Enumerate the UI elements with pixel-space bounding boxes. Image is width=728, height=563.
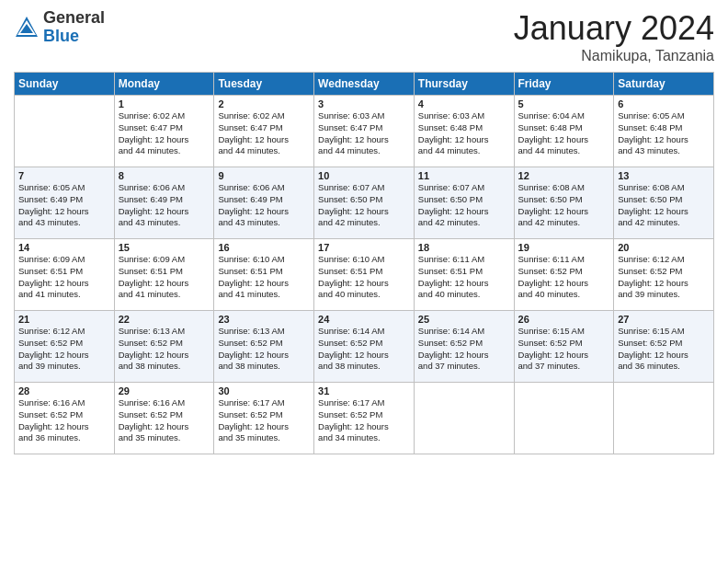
day-info: Sunrise: 6:05 AM Sunset: 6:48 PM Dayligh… xyxy=(618,110,710,157)
day-info: Sunrise: 6:02 AM Sunset: 6:47 PM Dayligh… xyxy=(119,110,210,157)
calendar-week-row: 21Sunrise: 6:12 AM Sunset: 6:52 PM Dayli… xyxy=(15,311,714,383)
day-number: 19 xyxy=(518,242,610,253)
logo-icon xyxy=(14,15,40,40)
col-header-thursday: Thursday xyxy=(414,73,514,96)
col-header-wednesday: Wednesday xyxy=(314,73,415,96)
day-info: Sunrise: 6:09 AM Sunset: 6:51 PM Dayligh… xyxy=(119,254,210,301)
day-number: 2 xyxy=(218,98,310,109)
calendar-cell: 26Sunrise: 6:15 AM Sunset: 6:52 PM Dayli… xyxy=(514,311,614,383)
day-info: Sunrise: 6:06 AM Sunset: 6:49 PM Dayligh… xyxy=(119,182,210,229)
header: General Blue January 2024 Namikupa, Tanz… xyxy=(14,9,714,64)
calendar-cell: 27Sunrise: 6:15 AM Sunset: 6:52 PM Dayli… xyxy=(614,311,714,383)
day-info: Sunrise: 6:13 AM Sunset: 6:52 PM Dayligh… xyxy=(218,326,310,373)
day-number: 12 xyxy=(518,170,610,181)
day-info: Sunrise: 6:12 AM Sunset: 6:52 PM Dayligh… xyxy=(18,326,110,373)
calendar-cell: 4Sunrise: 6:03 AM Sunset: 6:48 PM Daylig… xyxy=(414,96,514,167)
day-number: 28 xyxy=(18,385,110,396)
day-number: 9 xyxy=(218,170,310,181)
calendar-table: SundayMondayTuesdayWednesdayThursdayFrid… xyxy=(14,72,714,454)
calendar-week-row: 7Sunrise: 6:05 AM Sunset: 6:49 PM Daylig… xyxy=(15,167,714,239)
calendar-cell: 7Sunrise: 6:05 AM Sunset: 6:49 PM Daylig… xyxy=(15,167,115,239)
day-number: 4 xyxy=(418,98,510,109)
calendar-cell: 8Sunrise: 6:06 AM Sunset: 6:49 PM Daylig… xyxy=(114,167,214,239)
day-info: Sunrise: 6:11 AM Sunset: 6:52 PM Dayligh… xyxy=(518,254,610,301)
day-info: Sunrise: 6:11 AM Sunset: 6:51 PM Dayligh… xyxy=(418,254,510,301)
calendar-cell xyxy=(15,96,115,167)
day-info: Sunrise: 6:03 AM Sunset: 6:48 PM Dayligh… xyxy=(418,110,510,157)
day-info: Sunrise: 6:05 AM Sunset: 6:49 PM Dayligh… xyxy=(18,182,110,229)
day-info: Sunrise: 6:09 AM Sunset: 6:51 PM Dayligh… xyxy=(18,254,110,301)
day-info: Sunrise: 6:13 AM Sunset: 6:52 PM Dayligh… xyxy=(119,326,210,373)
day-info: Sunrise: 6:08 AM Sunset: 6:50 PM Dayligh… xyxy=(518,182,610,229)
day-number: 31 xyxy=(318,385,410,396)
day-info: Sunrise: 6:07 AM Sunset: 6:50 PM Dayligh… xyxy=(318,182,410,229)
calendar-cell: 11Sunrise: 6:07 AM Sunset: 6:50 PM Dayli… xyxy=(414,167,514,239)
day-info: Sunrise: 6:04 AM Sunset: 6:48 PM Dayligh… xyxy=(518,110,610,157)
day-number: 8 xyxy=(119,170,210,181)
day-number: 24 xyxy=(318,314,410,325)
col-header-tuesday: Tuesday xyxy=(214,73,314,96)
logo-blue-text: Blue xyxy=(43,28,105,46)
col-header-friday: Friday xyxy=(514,73,614,96)
day-info: Sunrise: 6:12 AM Sunset: 6:52 PM Dayligh… xyxy=(618,254,710,301)
calendar-cell: 23Sunrise: 6:13 AM Sunset: 6:52 PM Dayli… xyxy=(214,311,314,383)
calendar-cell: 25Sunrise: 6:14 AM Sunset: 6:52 PM Dayli… xyxy=(414,311,514,383)
logo-text: General Blue xyxy=(43,9,105,46)
col-header-sunday: Sunday xyxy=(15,73,115,96)
day-number: 20 xyxy=(618,242,710,253)
calendar-cell: 13Sunrise: 6:08 AM Sunset: 6:50 PM Dayli… xyxy=(614,167,714,239)
month-title: January 2024 xyxy=(514,9,714,48)
day-info: Sunrise: 6:16 AM Sunset: 6:52 PM Dayligh… xyxy=(18,397,110,444)
day-info: Sunrise: 6:10 AM Sunset: 6:51 PM Dayligh… xyxy=(218,254,310,301)
calendar-cell: 16Sunrise: 6:10 AM Sunset: 6:51 PM Dayli… xyxy=(214,239,314,311)
day-info: Sunrise: 6:17 AM Sunset: 6:52 PM Dayligh… xyxy=(318,397,410,444)
calendar-cell: 1Sunrise: 6:02 AM Sunset: 6:47 PM Daylig… xyxy=(114,96,214,167)
day-number: 22 xyxy=(119,314,210,325)
day-number: 21 xyxy=(18,314,110,325)
day-info: Sunrise: 6:08 AM Sunset: 6:50 PM Dayligh… xyxy=(618,182,710,229)
calendar-cell: 29Sunrise: 6:16 AM Sunset: 6:52 PM Dayli… xyxy=(114,383,214,454)
day-number: 10 xyxy=(318,170,410,181)
day-number: 14 xyxy=(18,242,110,253)
day-info: Sunrise: 6:15 AM Sunset: 6:52 PM Dayligh… xyxy=(618,326,710,373)
day-number: 6 xyxy=(618,98,710,109)
day-info: Sunrise: 6:14 AM Sunset: 6:52 PM Dayligh… xyxy=(418,326,510,373)
day-info: Sunrise: 6:03 AM Sunset: 6:47 PM Dayligh… xyxy=(318,110,410,157)
calendar-cell: 31Sunrise: 6:17 AM Sunset: 6:52 PM Dayli… xyxy=(314,383,415,454)
day-info: Sunrise: 6:02 AM Sunset: 6:47 PM Dayligh… xyxy=(218,110,310,157)
day-info: Sunrise: 6:17 AM Sunset: 6:52 PM Dayligh… xyxy=(218,397,310,444)
calendar-cell: 28Sunrise: 6:16 AM Sunset: 6:52 PM Dayli… xyxy=(15,383,115,454)
day-number: 23 xyxy=(218,314,310,325)
day-info: Sunrise: 6:15 AM Sunset: 6:52 PM Dayligh… xyxy=(518,326,610,373)
calendar-cell: 10Sunrise: 6:07 AM Sunset: 6:50 PM Dayli… xyxy=(314,167,415,239)
day-info: Sunrise: 6:14 AM Sunset: 6:52 PM Dayligh… xyxy=(318,326,410,373)
calendar-cell: 30Sunrise: 6:17 AM Sunset: 6:52 PM Dayli… xyxy=(214,383,314,454)
calendar-cell: 21Sunrise: 6:12 AM Sunset: 6:52 PM Dayli… xyxy=(15,311,115,383)
day-number: 17 xyxy=(318,242,410,253)
day-number: 30 xyxy=(218,385,310,396)
calendar-cell: 9Sunrise: 6:06 AM Sunset: 6:49 PM Daylig… xyxy=(214,167,314,239)
calendar-cell: 12Sunrise: 6:08 AM Sunset: 6:50 PM Dayli… xyxy=(514,167,614,239)
day-number: 29 xyxy=(119,385,210,396)
day-number: 15 xyxy=(119,242,210,253)
calendar-cell xyxy=(614,383,714,454)
day-number: 5 xyxy=(518,98,610,109)
calendar-cell: 18Sunrise: 6:11 AM Sunset: 6:51 PM Dayli… xyxy=(414,239,514,311)
calendar-cell xyxy=(514,383,614,454)
calendar-cell: 6Sunrise: 6:05 AM Sunset: 6:48 PM Daylig… xyxy=(614,96,714,167)
calendar-cell: 3Sunrise: 6:03 AM Sunset: 6:47 PM Daylig… xyxy=(314,96,415,167)
col-header-saturday: Saturday xyxy=(614,73,714,96)
page-container: General Blue January 2024 Namikupa, Tanz… xyxy=(0,0,728,464)
day-number: 1 xyxy=(119,98,210,109)
calendar-cell: 5Sunrise: 6:04 AM Sunset: 6:48 PM Daylig… xyxy=(514,96,614,167)
calendar-cell: 15Sunrise: 6:09 AM Sunset: 6:51 PM Dayli… xyxy=(114,239,214,311)
day-info: Sunrise: 6:16 AM Sunset: 6:52 PM Dayligh… xyxy=(119,397,210,444)
title-block: January 2024 Namikupa, Tanzania xyxy=(514,9,714,64)
calendar-cell: 14Sunrise: 6:09 AM Sunset: 6:51 PM Dayli… xyxy=(15,239,115,311)
day-number: 18 xyxy=(418,242,510,253)
calendar-header-row: SundayMondayTuesdayWednesdayThursdayFrid… xyxy=(15,73,714,96)
day-number: 25 xyxy=(418,314,510,325)
day-number: 7 xyxy=(18,170,110,181)
day-number: 3 xyxy=(318,98,410,109)
day-number: 27 xyxy=(618,314,710,325)
